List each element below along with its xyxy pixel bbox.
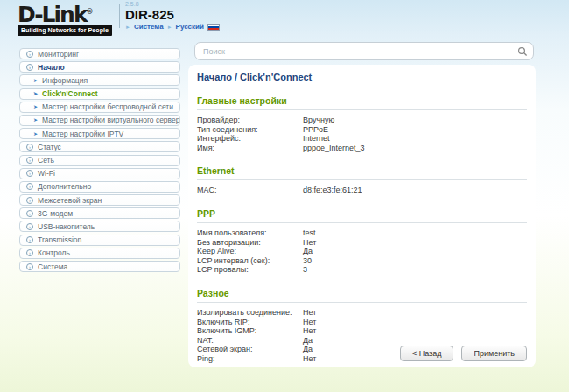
sidebar-item[interactable]: ➤ Мастер настройки виртуального сервера: [19, 115, 180, 126]
sidebar-item[interactable]: › Начало: [19, 61, 180, 73]
setting-label: Имя пользователя:: [197, 228, 303, 238]
settings-section: Ethernet MAC: d8:fe:e3:fe:61:21: [197, 165, 527, 195]
submenu-arrow-icon: ➤: [33, 77, 38, 84]
sidebar-item-label: Click'n'Connect: [42, 89, 98, 98]
sidebar-item-label: Дополнительно: [38, 182, 91, 191]
registered-mark: ®: [87, 8, 94, 16]
settings-row: Имя пользователя: test: [197, 228, 527, 238]
sidebar-item-label: Мастер настройки беспроводной сети: [42, 102, 173, 111]
setting-value: Internet: [303, 134, 330, 144]
setting-value: Вручную: [303, 116, 334, 125]
sidebar-item[interactable]: ➤ Мастер настройки беспроводной сети: [19, 102, 180, 113]
russia-flag-icon[interactable]: [207, 24, 220, 31]
sidebar: › Мониторинг › Начало ➤ Информация ➤ Cli…: [19, 48, 180, 274]
menu-bullet-icon: ›: [26, 236, 33, 243]
search-input[interactable]: [195, 43, 516, 60]
submenu-arrow-icon: ➤: [33, 116, 38, 123]
sidebar-item-label: Информация: [42, 76, 88, 85]
breadcrumb: Начало / Click'n'Connect: [197, 72, 527, 82]
sidebar-item-label: Сеть: [38, 156, 54, 164]
sidebar-item-label: Начало: [38, 63, 65, 72]
submenu-arrow-icon: ➤: [33, 90, 38, 97]
breadcrumb-current: Click'n'Connect: [240, 72, 312, 82]
back-button[interactable]: < Назад: [400, 346, 454, 361]
setting-value: PPPoE: [303, 125, 328, 135]
section-title: Разное: [197, 288, 527, 298]
header-nav: ► Система ► Русский: [125, 23, 220, 31]
sidebar-item[interactable]: › Wi-Fi: [19, 168, 180, 179]
settings-row: Включить IGMP: Нет: [197, 326, 527, 336]
sidebar-item[interactable]: ➤ Мастер настройки IPTV: [19, 128, 180, 139]
setting-value: Нет: [303, 238, 316, 248]
settings-row: Провайдер: Вручную: [197, 116, 527, 125]
sidebar-item-label: Мастер настройки IPTV: [42, 130, 123, 138]
dlink-logo-text: D-Link®: [18, 2, 112, 24]
sidebar-item-label: Wi-Fi: [38, 169, 55, 178]
menu-bullet-icon: ›: [26, 263, 33, 270]
section-title: Главные настройки: [197, 95, 527, 106]
setting-label: NAT:: [197, 336, 303, 346]
sidebar-item-label: Контроль: [38, 248, 70, 257]
setting-label: Интерфейс:: [197, 134, 303, 144]
nav-link-language[interactable]: Русский: [176, 23, 204, 31]
menu-bullet-icon: ›: [26, 197, 33, 204]
sidebar-item[interactable]: › Система: [19, 261, 180, 272]
setting-value: Да: [303, 247, 313, 256]
nav-arrow-icon: ►: [167, 24, 172, 30]
sidebar-item[interactable]: › Статус: [19, 141, 180, 152]
submenu-arrow-icon: ➤: [33, 130, 38, 137]
setting-label: Без авторизации:: [197, 238, 303, 248]
setting-label: Провайдер:: [197, 116, 303, 125]
sidebar-item[interactable]: › USB-накопитель: [19, 220, 180, 232]
dlink-logo: D-Link® Building Networks for People: [18, 2, 112, 36]
setting-label: Изолировать соединение:: [197, 308, 303, 318]
menu-bullet-icon: ›: [26, 51, 33, 58]
sidebar-item[interactable]: › Межсетевой экран: [19, 194, 180, 206]
nav-arrow-icon: ►: [125, 24, 130, 30]
sidebar-item[interactable]: › Контроль: [19, 248, 180, 259]
menu-bullet-icon: ›: [26, 210, 33, 217]
model-block: 2.5.8 DIR-825 ► Система ► Русский: [125, 1, 220, 31]
nav-link-system[interactable]: Система: [134, 23, 164, 31]
sidebar-item[interactable]: ➤ Информация: [19, 74, 180, 86]
settings-section: Главные настройки Провайдер: Вручную Тип…: [197, 95, 527, 152]
sidebar-item[interactable]: › Transmission: [19, 234, 180, 246]
setting-label: Имя:: [197, 144, 303, 153]
menu-bullet-icon: ›: [26, 157, 33, 164]
dlink-tagline: Building Networks for People: [18, 24, 112, 36]
sidebar-item[interactable]: › Мониторинг: [19, 48, 180, 60]
sidebar-item[interactable]: ➤ Click'n'Connect: [19, 88, 180, 100]
setting-label: Тип соединения:: [197, 125, 303, 135]
setting-value: Нет: [303, 318, 316, 327]
router-admin-page: D-Link® Building Networks for People 2.5…: [0, 0, 569, 392]
sidebar-item-label: USB-накопитель: [38, 222, 95, 231]
setting-value: 30: [303, 256, 312, 266]
header-divider: [119, 4, 120, 28]
menu-bullet-icon: ›: [26, 249, 33, 256]
sidebar-item[interactable]: › Сеть: [19, 155, 180, 166]
settings-row: Включить RIP: Нет: [197, 318, 527, 327]
search-icon[interactable]: [516, 46, 533, 57]
settings-row: Имя: pppoe_Internet_3: [197, 144, 527, 153]
settings-row: NAT: Да: [197, 336, 527, 346]
sidebar-item[interactable]: › Дополнительно: [19, 181, 180, 192]
settings-sections: Главные настройки Провайдер: Вручную Тип…: [197, 95, 527, 364]
setting-label: Включить RIP:: [197, 318, 303, 327]
setting-value: Нет: [303, 308, 316, 318]
setting-label: LCP интервал (сек):: [197, 256, 303, 266]
sidebar-item[interactable]: › 3G-модем: [19, 207, 180, 219]
sidebar-item-label: Межсетевой экран: [38, 196, 102, 205]
section-divider: [197, 302, 527, 303]
section-divider: [197, 109, 527, 110]
settings-section: PPP Имя пользователя: test Без авторизац…: [197, 208, 527, 275]
settings-row: LCP интервал (сек): 30: [197, 256, 527, 266]
menu-bullet-icon: ›: [26, 144, 33, 150]
menu-bullet-icon: ›: [26, 170, 33, 177]
apply-button[interactable]: Применить: [461, 346, 527, 361]
section-title: PPP: [197, 208, 527, 219]
settings-row: Тип соединения: PPPoE: [197, 125, 527, 135]
settings-row: Интерфейс: Internet: [197, 134, 527, 144]
settings-row: LCP провалы: 3: [197, 265, 527, 275]
section-divider: [197, 179, 527, 180]
breadcrumb-parent[interactable]: Начало /: [197, 72, 237, 82]
